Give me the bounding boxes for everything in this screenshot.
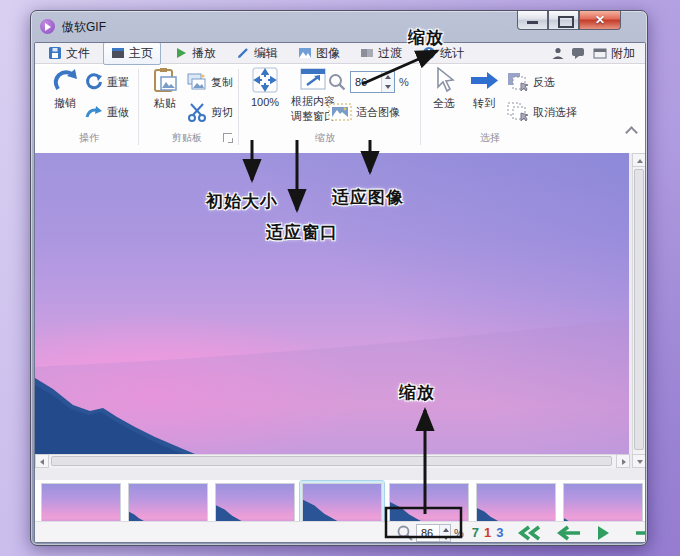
- reset-button[interactable]: 重置: [85, 71, 129, 93]
- invert-selection-button[interactable]: 反选: [507, 71, 555, 93]
- ribbon-collapse-icon[interactable]: [625, 123, 637, 131]
- tab-label: 过渡: [378, 45, 402, 62]
- status-zoom-value[interactable]: 86: [417, 525, 439, 541]
- undo-icon: [50, 67, 80, 93]
- invert-selection-icon: [507, 72, 529, 92]
- annotation-fit-window: 适应窗口: [266, 221, 338, 244]
- tab-file[interactable]: 文件: [41, 43, 97, 64]
- horizontal-scroll-thumb[interactable]: [51, 456, 612, 466]
- feedback-icon[interactable]: [571, 46, 585, 60]
- status-zoom-spinner[interactable]: 86: [416, 524, 451, 542]
- annotation-fit-image: 适应图像: [332, 186, 404, 209]
- close-button[interactable]: [579, 11, 621, 30]
- extra-window-icon: [593, 46, 607, 60]
- client-area: 文件 主页 播放 编辑: [34, 42, 646, 543]
- play-icon: [174, 46, 188, 60]
- spinner-down-icon[interactable]: [440, 533, 450, 541]
- first-frame-button[interactable]: [517, 525, 543, 541]
- invert-selection-label: 反选: [533, 75, 555, 90]
- group-label-selection: 选择: [455, 131, 525, 145]
- tab-transition[interactable]: 过渡: [353, 43, 409, 64]
- deselect-label: 取消选择: [533, 105, 577, 120]
- group-label-operations: 操作: [43, 131, 135, 145]
- tab-label: 文件: [66, 45, 90, 62]
- fit-image-button[interactable]: 适合图像: [328, 101, 400, 123]
- play-button[interactable]: [595, 525, 621, 541]
- fit-image-icon: [328, 103, 352, 121]
- undo-button[interactable]: 撤销: [43, 67, 87, 123]
- scroll-left-button[interactable]: [35, 454, 49, 468]
- scroll-down-button[interactable]: [632, 454, 646, 468]
- ribbon-tab-bar: 文件 主页 播放 编辑: [35, 43, 645, 64]
- paste-icon: [152, 67, 178, 93]
- tab-image[interactable]: 图像: [291, 43, 347, 64]
- group-label-zoom: 缩放: [265, 131, 385, 145]
- paste-label: 粘贴: [154, 96, 176, 111]
- spinner-up-icon[interactable]: [440, 525, 450, 533]
- tab-extra[interactable]: 附加: [591, 43, 637, 64]
- vertical-scroll-thumb[interactable]: [634, 169, 644, 450]
- tab-label: 附加: [611, 45, 635, 62]
- window-controls: [517, 11, 621, 30]
- tab-edit[interactable]: 编辑: [229, 43, 285, 64]
- frame-thumbnail[interactable]: [302, 483, 382, 523]
- ribbon-zoom-control: 86 %: [328, 71, 409, 93]
- zoom-100-label: 100%: [251, 96, 279, 108]
- horizontal-scrollbar[interactable]: [35, 454, 630, 468]
- next-frame-button[interactable]: [634, 525, 646, 541]
- frame-thumbnail[interactable]: [563, 483, 643, 523]
- frame-thumbnail[interactable]: [215, 483, 295, 523]
- frame-thumbnail[interactable]: [128, 483, 208, 523]
- goto-label: 转到: [473, 96, 495, 111]
- minimize-button[interactable]: [517, 11, 548, 30]
- cursor-icon: [433, 67, 455, 93]
- scroll-up-button[interactable]: [632, 153, 646, 167]
- account-icon[interactable]: [551, 46, 565, 60]
- redo-icon: [85, 105, 103, 119]
- undo-label: 撤销: [54, 96, 76, 111]
- tab-play[interactable]: 播放: [167, 43, 223, 64]
- goto-button[interactable]: 转到: [465, 67, 503, 123]
- desktop: 傲软GIF 文件 主页: [0, 0, 680, 556]
- select-all-button[interactable]: 全选: [425, 67, 463, 123]
- frame-thumbnail[interactable]: [476, 483, 556, 523]
- status-digit[interactable]: 7: [472, 525, 479, 540]
- pencil-icon: [236, 46, 250, 60]
- window-title: 傲软GIF: [62, 19, 106, 36]
- ribbon: 撤销 重置 重做 操作 粘贴 复制: [35, 65, 645, 153]
- tab-label: 编辑: [254, 45, 278, 62]
- save-icon: [48, 46, 62, 60]
- cut-label: 剪切: [211, 105, 233, 120]
- deselect-icon: [507, 102, 529, 122]
- frame-thumbnail[interactable]: [389, 483, 469, 523]
- frame-thumbnail[interactable]: [41, 483, 121, 523]
- status-digit[interactable]: 3: [496, 525, 503, 540]
- clipboard-dialog-launcher-icon[interactable]: [223, 133, 232, 142]
- group-label-clipboard: 剪贴板: [143, 131, 231, 145]
- deselect-button[interactable]: 取消选择: [507, 101, 577, 123]
- frame-navigation: [517, 525, 646, 541]
- title-bar[interactable]: 傲软GIF: [31, 11, 647, 41]
- maximize-button[interactable]: [548, 11, 579, 30]
- copy-button[interactable]: 复制: [187, 71, 233, 93]
- select-all-label: 全选: [433, 96, 455, 111]
- tab-home[interactable]: 主页: [103, 42, 161, 65]
- status-bar: 86 % 713: [35, 521, 646, 543]
- image-icon: [298, 46, 312, 60]
- redo-button[interactable]: 重做: [85, 101, 129, 123]
- spinner-up-icon[interactable]: [382, 72, 394, 82]
- ribbon-zoom-value[interactable]: 86: [351, 72, 381, 92]
- spinner-down-icon[interactable]: [382, 82, 394, 92]
- status-page-digits[interactable]: 713: [472, 525, 504, 540]
- previous-frame-button[interactable]: [556, 525, 582, 541]
- zoom-100-button[interactable]: 100%: [243, 67, 287, 123]
- paste-button[interactable]: 粘贴: [143, 67, 187, 123]
- cut-button[interactable]: 剪切: [187, 101, 233, 123]
- transition-icon: [360, 46, 374, 60]
- tab-label: 主页: [129, 45, 153, 62]
- vertical-scrollbar[interactable]: [632, 153, 646, 468]
- status-digit[interactable]: 1: [484, 525, 491, 540]
- fit-image-label: 适合图像: [356, 105, 400, 120]
- ribbon-zoom-spinner[interactable]: 86: [350, 71, 395, 93]
- scroll-right-button[interactable]: [616, 454, 630, 468]
